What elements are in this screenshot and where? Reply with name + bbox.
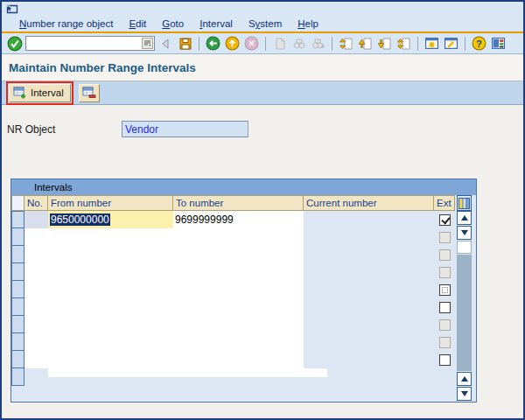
column-header-ext: Ext: [434, 195, 455, 211]
cell-to-number[interactable]: [173, 316, 304, 333]
menu-help[interactable]: Help: [298, 18, 318, 29]
page-title-band: Maintain Number Range Intervals: [2, 55, 523, 81]
back-icon[interactable]: [205, 35, 221, 52]
delete-interval-button[interactable]: [79, 84, 100, 102]
menu-system[interactable]: System: [248, 18, 282, 29]
row-selector[interactable]: [11, 228, 24, 246]
column-header-no: No.: [24, 195, 48, 211]
customize-layout-icon[interactable]: [490, 35, 507, 52]
cell-no: [24, 316, 48, 333]
row-selector[interactable]: [11, 350, 24, 368]
row-selector[interactable]: [11, 211, 24, 228]
cell-from-number[interactable]: [48, 316, 173, 333]
table-row: [24, 228, 455, 246]
row-selector[interactable]: [11, 280, 24, 298]
cell-from-number[interactable]: 9650000000: [48, 211, 173, 228]
save-icon[interactable]: [177, 35, 193, 52]
row-selector-column: [11, 211, 24, 386]
cell-current-number: [304, 316, 434, 333]
selector-header-cell: [11, 195, 24, 211]
cell-ext: [434, 211, 455, 228]
help-icon[interactable]: ?: [471, 35, 487, 52]
cell-from-number[interactable]: [48, 298, 173, 316]
insert-interval-button[interactable]: Interval: [9, 84, 71, 102]
command-input[interactable]: [26, 38, 140, 49]
page-up-icon[interactable]: [357, 35, 374, 52]
cell-to-number[interactable]: [173, 246, 304, 263]
table-row: [24, 351, 455, 368]
cell-from-number[interactable]: [48, 228, 173, 246]
cell-from-number[interactable]: [48, 351, 173, 368]
menu-edit[interactable]: Edit: [129, 18, 146, 29]
column-header-current-number: Current number: [304, 195, 434, 211]
row-selector[interactable]: [11, 368, 24, 386]
toolbar-separator: [199, 37, 200, 51]
table-configuration-icon[interactable]: [457, 195, 472, 211]
scroll-page-down-icon[interactable]: [457, 387, 472, 401]
scrollbar-thumb[interactable]: [457, 241, 472, 254]
last-page-icon[interactable]: [396, 35, 412, 52]
cell-from-number[interactable]: [48, 281, 173, 298]
cell-ext: [434, 263, 455, 281]
cell-to-number[interactable]: [173, 228, 304, 246]
cell-no: [24, 351, 48, 368]
cell-to-number[interactable]: [173, 351, 304, 368]
cell-ext: [434, 351, 455, 368]
row-selector[interactable]: [11, 262, 24, 281]
command-field[interactable]: [25, 36, 155, 51]
cell-no: [24, 228, 48, 246]
cell-to-number[interactable]: 9699999999: [173, 211, 304, 228]
page-down-icon[interactable]: [376, 35, 393, 52]
ext-checkbox[interactable]: [439, 284, 451, 296]
row-selector[interactable]: [11, 298, 24, 316]
scroll-page-up-icon[interactable]: [457, 372, 472, 386]
row-selector[interactable]: [11, 332, 24, 351]
create-shortcut-icon[interactable]: [443, 35, 459, 52]
cell-to-number[interactable]: [173, 263, 304, 281]
scroll-down-icon[interactable]: [457, 226, 472, 240]
cancel-icon: [243, 35, 260, 52]
toolbar-separator: [417, 37, 418, 51]
menu-interval[interactable]: Interval: [200, 18, 233, 29]
cell-current-number: [304, 246, 434, 263]
cell-to-number[interactable]: [173, 298, 304, 316]
cell-from-number[interactable]: [48, 246, 173, 263]
command-history-icon[interactable]: [142, 38, 153, 49]
row-selector[interactable]: [11, 245, 24, 263]
standard-toolbar: ?: [2, 33, 523, 54]
annotation-highlight: Interval: [6, 81, 74, 105]
table-row: [24, 281, 455, 298]
cell-from-number[interactable]: [48, 333, 173, 351]
page-title: Maintain Number Range Intervals: [9, 61, 196, 74]
ext-checkbox[interactable]: [439, 354, 451, 366]
sap-window: Number range objectEditGotoIntervalSyste…: [0, 0, 525, 420]
ext-checkbox[interactable]: [439, 214, 451, 226]
first-page-icon[interactable]: [338, 35, 354, 52]
window-titlebar: [2, 2, 523, 16]
ext-checkbox: [439, 337, 451, 348]
ext-checkbox: [439, 319, 451, 331]
cell-to-number[interactable]: [173, 281, 304, 298]
cell-ext: [434, 228, 455, 246]
exit-icon[interactable]: [224, 35, 241, 52]
scroll-up-icon[interactable]: [457, 211, 472, 225]
column-header-from-number: From number: [48, 195, 173, 211]
table-scrollbar: [457, 211, 472, 401]
table-row: [24, 246, 455, 263]
ext-checkbox[interactable]: [439, 302, 451, 313]
scrollbar-track[interactable]: [457, 255, 472, 371]
insert-interval-label: Interval: [31, 88, 64, 98]
cell-to-number[interactable]: [173, 333, 304, 351]
new-session-icon[interactable]: [424, 35, 440, 52]
cell-no: [24, 246, 48, 263]
find-icon: [290, 35, 307, 52]
menu-number-range-object[interactable]: Number range object: [19, 18, 113, 29]
enter-icon[interactable]: [6, 35, 23, 52]
screen-exit-icon: [5, 3, 19, 15]
table-header-row: No. From number To number Current number…: [11, 195, 472, 211]
cell-from-number[interactable]: [48, 263, 173, 281]
nr-object-field[interactable]: Vendor: [122, 121, 248, 137]
row-selector[interactable]: [11, 315, 24, 333]
cell-current-number: [304, 351, 434, 368]
menu-goto[interactable]: Goto: [162, 18, 184, 29]
